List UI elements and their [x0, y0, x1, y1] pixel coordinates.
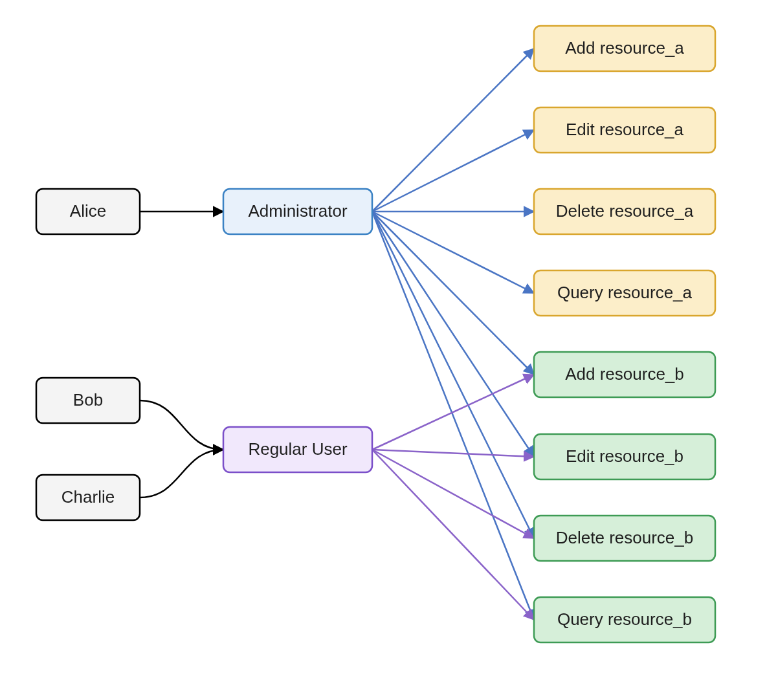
roles-node-regular: Regular User [223, 427, 372, 472]
permissions-label-edit_b: Edit resource_b [566, 446, 684, 466]
roles-label-admin: Administrator [248, 201, 347, 221]
permissions-label-delete_b: Delete resource_b [556, 528, 693, 547]
users-node-bob: Bob [36, 378, 140, 423]
permissions-node-add_b: Add resource_b [534, 352, 715, 397]
permissions-label-query_b: Query resource_b [557, 609, 692, 629]
edge-roles-admin-to-permissions-query_a [372, 212, 534, 293]
edge-roles-regular-to-permissions-add_b [372, 375, 534, 450]
edge-users-charlie-to-roles-regular [140, 450, 223, 498]
edge-roles-admin-to-permissions-add_b [372, 212, 534, 375]
permissions-node-query_a: Query resource_a [534, 270, 715, 316]
permissions-node-edit_b: Edit resource_b [534, 434, 715, 479]
permissions-node-delete_a: Delete resource_a [534, 189, 715, 234]
permissions-label-query_a: Query resource_a [557, 283, 693, 302]
edges-layer [140, 49, 534, 620]
users-label-charlie: Charlie [61, 487, 115, 507]
edge-users-bob-to-roles-regular [140, 400, 223, 450]
permissions-label-add_a: Add resource_a [565, 38, 684, 58]
permissions-node-delete_b: Delete resource_b [534, 516, 715, 561]
edge-roles-admin-to-permissions-edit_a [372, 130, 534, 212]
permissions-label-add_b: Add resource_b [565, 364, 684, 384]
roles-node-admin: Administrator [223, 189, 372, 234]
roles-label-regular: Regular User [248, 439, 348, 459]
edge-roles-regular-to-permissions-delete_b [372, 450, 534, 538]
edge-roles-admin-to-permissions-add_a [372, 49, 534, 212]
permissions-label-edit_a: Edit resource_a [566, 120, 684, 139]
edge-roles-admin-to-permissions-edit_b [372, 212, 534, 457]
users-node-charlie: Charlie [36, 475, 140, 520]
permissions-node-add_a: Add resource_a [534, 26, 715, 71]
edge-roles-regular-to-permissions-edit_b [372, 450, 534, 457]
nodes-layer: AliceBobCharlieAdministratorRegular User… [36, 26, 715, 642]
users-node-alice: Alice [36, 189, 140, 234]
users-label-alice: Alice [70, 201, 106, 221]
permissions-label-delete_a: Delete resource_a [556, 201, 694, 221]
edge-roles-admin-to-permissions-query_b [372, 212, 534, 620]
rbac-diagram: AliceBobCharlieAdministratorRegular User… [0, 0, 778, 700]
permissions-node-query_b: Query resource_b [534, 597, 715, 642]
users-label-bob: Bob [73, 390, 103, 410]
permissions-node-edit_a: Edit resource_a [534, 107, 715, 153]
edge-roles-admin-to-permissions-delete_b [372, 212, 534, 538]
edge-roles-regular-to-permissions-query_b [372, 450, 534, 620]
